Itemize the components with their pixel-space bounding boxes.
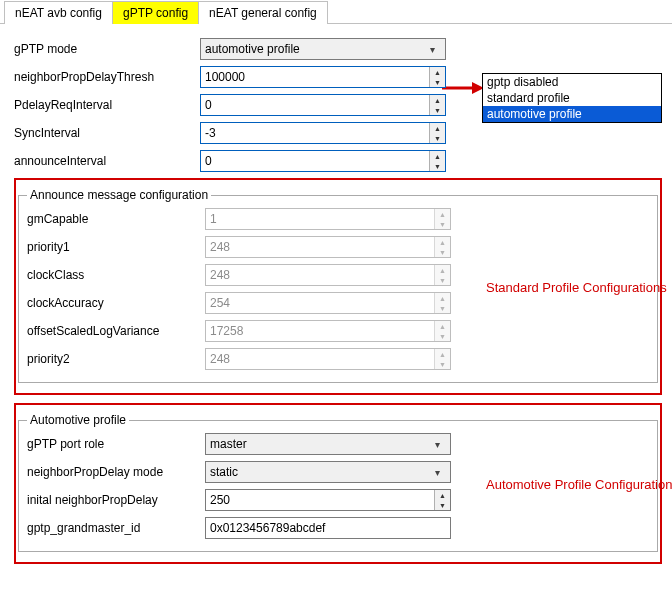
tab-gptp-config[interactable]: gPTP config (112, 1, 199, 24)
gptp-port-role-select[interactable]: master ▾ (205, 433, 451, 455)
chevron-down-icon: ▾ (428, 467, 446, 478)
annotation-arrow (450, 87, 480, 89)
gm-capable-label: gmCapable (27, 212, 205, 226)
chevron-down-icon: ▾ (428, 439, 446, 450)
sync-interval-label: SyncInterval (14, 126, 200, 140)
dropdown-option-gptp-disabled[interactable]: gptp disabled (483, 74, 661, 90)
neighbor-prop-delay-thresh-label: neighborPropDelayThresh (14, 70, 200, 84)
automotive-profile-annotation-label: Automotive Profile Configurations (486, 476, 672, 491)
gptp-grandmaster-id-label: gptp_grandmaster_id (27, 521, 205, 535)
gptp-port-role-value: master (210, 437, 428, 451)
step-down-icon[interactable]: ▼ (430, 161, 445, 171)
announce-interval-label: announceInterval (14, 154, 200, 168)
standard-profile-annotation-box: Standard Profile Configurations Announce… (14, 178, 662, 395)
step-down-icon[interactable]: ▼ (435, 500, 450, 510)
tab-label: nEAT general config (209, 6, 317, 20)
gptp-grandmaster-id-input[interactable] (205, 517, 451, 539)
clock-accuracy-input (206, 293, 434, 313)
priority1-stepper: ▲▼ (205, 236, 451, 258)
step-up-icon: ▲ (435, 321, 450, 331)
gm-capable-input (206, 209, 434, 229)
clock-class-input (206, 265, 434, 285)
offset-scaled-log-variance-stepper: ▲▼ (205, 320, 451, 342)
clock-accuracy-label: clockAccuracy (27, 296, 205, 310)
step-down-icon: ▼ (435, 303, 450, 313)
gm-capable-stepper: ▲▼ (205, 208, 451, 230)
step-down-icon[interactable]: ▼ (430, 133, 445, 143)
step-down-icon: ▼ (435, 331, 450, 341)
tab-neat-general-config[interactable]: nEAT general config (198, 1, 328, 24)
step-up-icon[interactable]: ▲ (430, 67, 445, 77)
neighbor-prop-delay-mode-select[interactable]: static ▾ (205, 461, 451, 483)
pdelay-req-interval-label: PdelayReqInterval (14, 98, 200, 112)
initial-neighbor-prop-delay-input[interactable] (206, 490, 434, 510)
priority2-stepper: ▲▼ (205, 348, 451, 370)
step-down-icon: ▼ (435, 359, 450, 369)
step-up-icon: ▲ (435, 209, 450, 219)
tab-label: gPTP config (123, 6, 188, 20)
step-down-icon: ▼ (435, 275, 450, 285)
offset-scaled-log-variance-input (206, 321, 434, 341)
sync-interval-input[interactable] (201, 123, 429, 143)
standard-profile-annotation-label: Standard Profile Configurations (486, 279, 667, 294)
priority2-input (206, 349, 434, 369)
initial-neighbor-prop-delay-label: inital neighborPropDelay (27, 493, 205, 507)
offset-scaled-log-variance-label: offsetScaledLogVariance (27, 324, 205, 338)
automotive-profile-annotation-box: Automotive Profile Configurations Automo… (14, 403, 662, 564)
step-down-icon: ▼ (435, 219, 450, 229)
tab-content: gPTP mode automotive profile ▾ gptp disa… (0, 24, 672, 582)
initial-neighbor-prop-delay-stepper[interactable]: ▲▼ (205, 489, 451, 511)
step-up-icon: ▲ (435, 349, 450, 359)
clock-accuracy-stepper: ▲▼ (205, 292, 451, 314)
priority1-input (206, 237, 434, 257)
pdelay-req-interval-input[interactable] (201, 95, 429, 115)
priority1-label: priority1 (27, 240, 205, 254)
step-up-icon[interactable]: ▲ (430, 123, 445, 133)
clock-class-label: clockClass (27, 268, 205, 282)
automotive-profile-legend: Automotive profile (27, 413, 129, 427)
step-up-icon: ▲ (435, 293, 450, 303)
dropdown-option-automotive-profile[interactable]: automotive profile (483, 106, 661, 122)
step-up-icon[interactable]: ▲ (435, 490, 450, 500)
announce-message-legend: Announce message configuration (27, 188, 211, 202)
step-down-icon: ▼ (435, 247, 450, 257)
step-up-icon[interactable]: ▲ (430, 95, 445, 105)
neighbor-prop-delay-mode-label: neighborPropDelay mode (27, 465, 205, 479)
step-down-icon[interactable]: ▼ (430, 105, 445, 115)
tab-label: nEAT avb config (15, 6, 102, 20)
neighbor-prop-delay-thresh-stepper[interactable]: ▲▼ (200, 66, 446, 88)
announce-interval-input[interactable] (201, 151, 429, 171)
priority2-label: priority2 (27, 352, 205, 366)
step-up-icon: ▲ (435, 265, 450, 275)
gptp-port-role-label: gPTP port role (27, 437, 205, 451)
pdelay-req-interval-stepper[interactable]: ▲▼ (200, 94, 446, 116)
step-up-icon: ▲ (435, 237, 450, 247)
chevron-down-icon: ▾ (423, 44, 441, 55)
step-down-icon[interactable]: ▼ (430, 77, 445, 87)
clock-class-stepper: ▲▼ (205, 264, 451, 286)
neighbor-prop-delay-thresh-input[interactable] (201, 67, 429, 87)
tab-neat-avb-config[interactable]: nEAT avb config (4, 1, 113, 24)
gptp-mode-label: gPTP mode (14, 42, 200, 56)
step-up-icon[interactable]: ▲ (430, 151, 445, 161)
gptp-mode-value: automotive profile (205, 42, 423, 56)
tab-bar: nEAT avb config gPTP config nEAT general… (0, 0, 672, 24)
sync-interval-stepper[interactable]: ▲▼ (200, 122, 446, 144)
announce-interval-stepper[interactable]: ▲▼ (200, 150, 446, 172)
neighbor-prop-delay-mode-value: static (210, 465, 428, 479)
dropdown-option-standard-profile[interactable]: standard profile (483, 90, 661, 106)
gptp-mode-select[interactable]: automotive profile ▾ (200, 38, 446, 60)
gptp-mode-dropdown: gptp disabled standard profile automotiv… (482, 73, 662, 123)
